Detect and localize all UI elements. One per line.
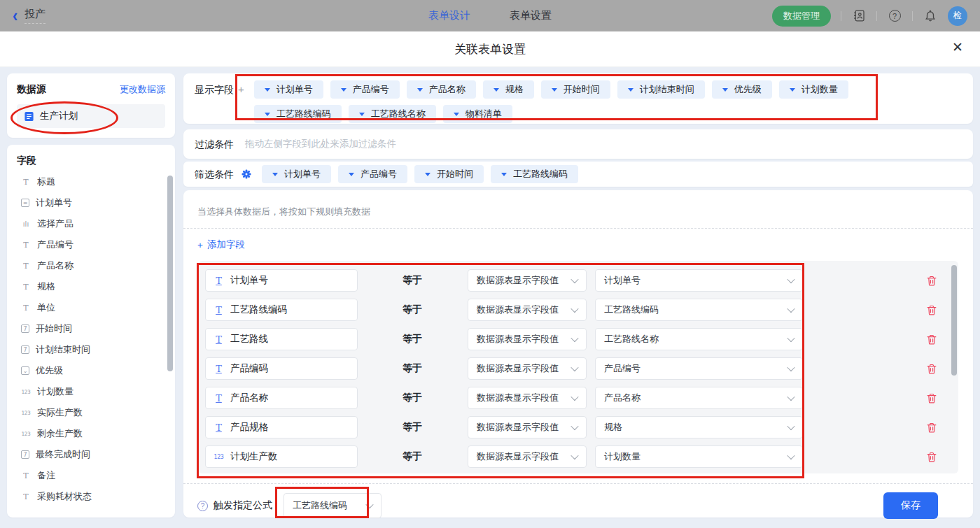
- data-manage-button[interactable]: 数据管理: [772, 6, 831, 27]
- display-field-chip[interactable]: 计划结束时间: [617, 80, 705, 99]
- rule-source-select[interactable]: 数据源表显示字段值: [468, 299, 587, 321]
- rule-value-select[interactable]: 规格: [595, 416, 803, 438]
- field-label: 产品名称: [37, 259, 74, 272]
- associated-form-settings-page: ‹ 投产 表单设计 表单设置 数据管理 ?: [0, 0, 980, 528]
- sidebar-scrollbar[interactable]: [167, 176, 173, 371]
- display-field-chip[interactable]: 产品编号: [330, 80, 400, 99]
- display-field-chip[interactable]: 计划单号: [254, 80, 323, 99]
- help-icon[interactable]: ?: [887, 8, 902, 24]
- rule-field-box[interactable]: T 工艺路线编码: [205, 299, 358, 321]
- back-icon[interactable]: ‹: [13, 6, 18, 24]
- field-list-item[interactable]: 123 剩余生产数: [17, 423, 169, 444]
- text-icon: T: [214, 276, 224, 286]
- rules-scrollbar[interactable]: [951, 265, 957, 376]
- display-field-chip[interactable]: 产品名称: [407, 80, 476, 99]
- trash-icon[interactable]: [926, 450, 937, 463]
- rule-value-select[interactable]: 工艺路线编码: [595, 299, 803, 321]
- rule-source-select[interactable]: 数据源表显示字段值: [468, 387, 587, 409]
- close-icon[interactable]: ✕: [952, 41, 963, 54]
- field-list-item[interactable]: ılı 选择产品: [17, 213, 169, 234]
- field-label: 剩余生产数: [37, 427, 83, 440]
- trigger-field-select[interactable]: 工艺路线编码: [284, 493, 382, 518]
- field-list-item[interactable]: T 规格: [17, 276, 169, 297]
- tab-form-settings[interactable]: 表单设置: [510, 9, 552, 22]
- rule-source-select[interactable]: 数据源表显示字段值: [468, 357, 587, 380]
- screen-field-chip[interactable]: 计划单号: [262, 165, 331, 183]
- display-field-chip[interactable]: 规格: [483, 80, 534, 99]
- bell-icon[interactable]: [923, 8, 938, 24]
- date-icon: 7: [21, 450, 29, 459]
- display-field-chip[interactable]: 优先级: [712, 80, 772, 99]
- rule-source-select[interactable]: 数据源表显示字段值: [468, 269, 587, 292]
- rule-field-box[interactable]: T 计划单号: [205, 269, 358, 292]
- trash-icon[interactable]: [926, 333, 937, 345]
- screen-condition-label: 筛选条件: [195, 165, 234, 183]
- screen-condition-card: 筛选条件 计划单号: [183, 162, 973, 187]
- field-label: 实际生产数: [37, 406, 83, 419]
- rule-field-box[interactable]: 123 计划生产数: [205, 445, 358, 468]
- number-icon: 123: [21, 431, 31, 437]
- field-list-item[interactable]: ⌄ 优先级: [17, 360, 169, 381]
- field-list-item[interactable]: T 产品名称: [17, 255, 169, 276]
- field-list-item[interactable]: T 产品编号: [17, 234, 169, 255]
- display-field-chip[interactable]: 开始时间: [541, 80, 610, 99]
- save-button[interactable]: 保存: [883, 492, 938, 519]
- rule-value-select[interactable]: 工艺路线名称: [595, 328, 803, 350]
- add-display-field-icon[interactable]: +: [238, 80, 244, 99]
- help-icon[interactable]: ?: [197, 501, 208, 511]
- screen-field-chip[interactable]: 产品编号: [338, 165, 407, 183]
- trash-icon[interactable]: [926, 274, 937, 287]
- rule-field-box[interactable]: T 工艺路线: [205, 328, 358, 350]
- field-list-item[interactable]: 123 实际生产数: [17, 402, 169, 423]
- field-list-item[interactable]: 7 最终完成时间: [17, 444, 169, 465]
- field-list-item[interactable]: ≡ 计划单号: [17, 192, 169, 213]
- gear-icon[interactable]: [241, 169, 252, 180]
- display-field-chip[interactable]: 计划数量: [779, 80, 848, 99]
- trash-icon[interactable]: [926, 362, 937, 375]
- field-list-item[interactable]: T 标题: [17, 171, 169, 192]
- field-list-item[interactable]: 7 开始时间: [17, 318, 169, 339]
- rule-source-select[interactable]: 数据源表显示字段值: [468, 445, 587, 468]
- screen-field-chip[interactable]: 开始时间: [414, 165, 484, 183]
- field-list-item[interactable]: T 采购耗材状态: [17, 486, 169, 507]
- chevron-down-icon: [454, 113, 459, 116]
- add-field-button[interactable]: + 添加字段: [197, 238, 245, 251]
- rule-field-box[interactable]: T 产品规格: [205, 416, 358, 438]
- rule-value-select[interactable]: 计划数量: [595, 445, 803, 468]
- rule-operator: 等于: [402, 362, 468, 375]
- rule-field-box[interactable]: T 产品编码: [205, 357, 358, 380]
- rule-source-select[interactable]: 数据源表显示字段值: [468, 328, 587, 350]
- trash-icon[interactable]: [926, 392, 937, 404]
- datasource-item-label: 生产计划: [40, 110, 78, 122]
- rule-value-select[interactable]: 产品名称: [595, 387, 803, 409]
- user-avatar[interactable]: 检: [948, 6, 967, 26]
- rule-field-box[interactable]: T 产品名称: [205, 387, 358, 409]
- trash-icon[interactable]: [926, 421, 937, 434]
- display-field-chip[interactable]: 工艺路线名称: [349, 105, 436, 123]
- chip-label: 工艺路线编码: [276, 108, 331, 120]
- chip-label: 工艺路线编码: [513, 168, 568, 180]
- rule-source-select[interactable]: 数据源表显示字段值: [468, 416, 587, 438]
- field-list-item[interactable]: T 备注: [17, 465, 169, 486]
- rule-value-select[interactable]: 产品编号: [595, 357, 803, 380]
- display-field-chip[interactable]: 物料清单: [443, 105, 512, 123]
- filter-drop-placeholder[interactable]: 拖动左侧字段到此处来添加过滤条件: [245, 138, 396, 150]
- trash-icon[interactable]: [926, 304, 937, 316]
- tab-form-design[interactable]: 表单设计: [428, 9, 470, 22]
- display-field-chip[interactable]: 工艺路线编码: [254, 105, 342, 123]
- rule-value: 规格: [604, 421, 622, 434]
- rule-field-label: 计划单号: [230, 274, 268, 287]
- rule-operator: 等于: [402, 304, 468, 316]
- field-list-item[interactable]: 7 计划结束时间: [17, 339, 169, 360]
- address-book-icon[interactable]: [851, 8, 867, 24]
- field-list-item[interactable]: 123 计划数量: [17, 381, 169, 402]
- chevron-down-icon: [265, 88, 270, 92]
- rule-value-select[interactable]: 计划单号: [595, 269, 803, 292]
- datasource-item-production-plan[interactable]: 生产计划: [17, 104, 165, 128]
- chevron-down-icon: [790, 88, 795, 92]
- screen-field-chip[interactable]: 工艺路线编码: [491, 165, 578, 183]
- back-label[interactable]: 投产: [24, 8, 46, 24]
- plus-icon: +: [197, 240, 203, 250]
- field-list-item[interactable]: T 单位: [17, 297, 169, 318]
- change-datasource-link[interactable]: 更改数据源: [120, 83, 165, 96]
